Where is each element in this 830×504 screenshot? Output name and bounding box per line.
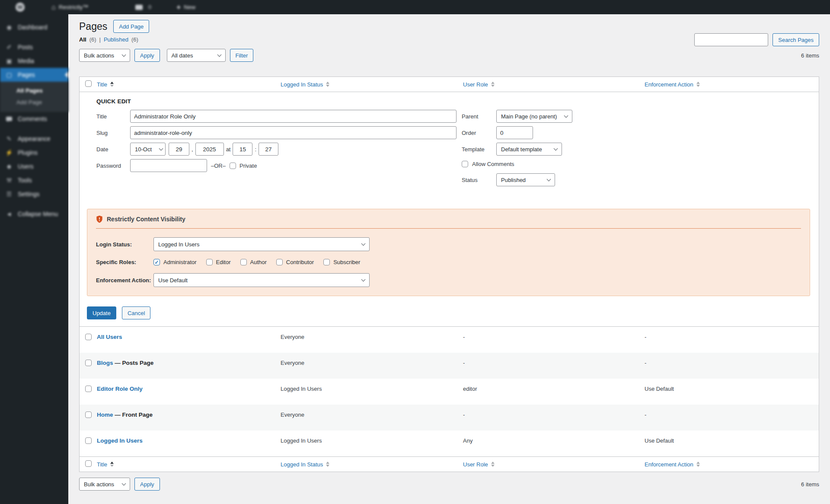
tablenav-bottom: Bulk actions Apply 6 items bbox=[79, 478, 819, 491]
sidebar-item-collapse-menu[interactable]: ◄Collapse Menu bbox=[0, 207, 68, 221]
sidebar-subitem-add-page[interactable]: Add Page bbox=[0, 96, 68, 108]
sidebar-item-appearance[interactable]: ✎Appearance bbox=[0, 132, 68, 146]
row-enforcement-action: - bbox=[645, 334, 819, 340]
admin-bar-site-link[interactable]: ⌂ Restrictly™ bbox=[51, 4, 89, 11]
column-header-enforcement-action[interactable]: Enforcement Action bbox=[645, 461, 700, 468]
sort-arrows-icon bbox=[696, 82, 700, 87]
slug-field[interactable] bbox=[130, 126, 456, 139]
sidebar-item-dashboard[interactable]: ◉Dashboard bbox=[0, 20, 68, 34]
search-pages-button[interactable]: Search Pages bbox=[773, 33, 819, 46]
role-option-contributor: Contributor bbox=[276, 259, 314, 265]
row-enforcement-action: - bbox=[645, 411, 819, 418]
parent-select[interactable]: Main Page (no parent) bbox=[496, 110, 572, 123]
column-header-user-role[interactable]: User Role bbox=[463, 461, 495, 468]
add-page-button[interactable]: Add Page bbox=[113, 20, 149, 33]
title-field[interactable] bbox=[130, 110, 456, 123]
filter-button[interactable]: Filter bbox=[230, 49, 254, 62]
bulk-actions-select[interactable]: Bulk actions bbox=[79, 49, 130, 62]
date-comma: , bbox=[192, 146, 193, 153]
chevron-down-icon bbox=[361, 242, 366, 246]
cancel-button[interactable]: Cancel bbox=[122, 306, 150, 319]
search-pages-input[interactable] bbox=[694, 33, 768, 46]
private-checkbox[interactable] bbox=[230, 163, 236, 169]
role-checkbox-administrator[interactable] bbox=[153, 259, 160, 265]
sort-arrows-icon bbox=[326, 82, 329, 87]
row-checkbox[interactable] bbox=[85, 411, 92, 418]
login-status-select[interactable]: Logged In Users bbox=[153, 237, 370, 251]
all-dates-select[interactable]: All dates bbox=[167, 49, 226, 62]
date-minute-field[interactable] bbox=[259, 143, 278, 156]
update-button[interactable]: Update bbox=[87, 306, 116, 319]
row-checkbox[interactable] bbox=[85, 437, 92, 444]
row-logged-in-status: Logged In Users bbox=[281, 386, 463, 392]
order-field[interactable] bbox=[496, 126, 533, 139]
admin-bar-comments[interactable]: 0 bbox=[135, 4, 152, 10]
column-header-title[interactable]: Title bbox=[97, 461, 114, 468]
column-header-title[interactable]: Title bbox=[97, 81, 114, 88]
row-checkbox[interactable] bbox=[85, 334, 92, 340]
date-day-field[interactable] bbox=[169, 143, 189, 156]
sidebar-subitem-all-pages[interactable]: All Pages bbox=[0, 85, 68, 96]
status-select[interactable]: Published bbox=[496, 173, 555, 186]
role-label: Editor bbox=[216, 259, 231, 265]
row-title-link[interactable]: Logged In Users bbox=[97, 437, 143, 444]
role-checkbox-editor[interactable] bbox=[206, 259, 213, 265]
row-checkbox[interactable] bbox=[85, 360, 92, 366]
enforcement-action-label: Enforcement Action: bbox=[96, 277, 153, 284]
row-user-role: - bbox=[463, 411, 645, 418]
restrictly-heading: Restrictly Content Visibility bbox=[107, 216, 185, 223]
filter-all-link[interactable]: All bbox=[79, 36, 86, 43]
date-hour-field[interactable] bbox=[233, 143, 252, 156]
filter-published-link[interactable]: Published bbox=[104, 36, 128, 43]
parent-field-label: Parent bbox=[462, 113, 496, 120]
select-all-checkbox[interactable] bbox=[85, 460, 92, 467]
comments-icon bbox=[5, 116, 13, 122]
template-field-label: Template bbox=[462, 146, 496, 153]
bulk-actions-select[interactable]: Bulk actions bbox=[79, 478, 130, 491]
date-month-select[interactable]: 10-Oct bbox=[130, 143, 166, 156]
allow-comments-checkbox[interactable] bbox=[462, 161, 468, 167]
apply-button[interactable]: Apply bbox=[134, 478, 160, 491]
sidebar-item-tools[interactable]: ⚒Tools bbox=[0, 173, 68, 187]
sort-arrows-icon bbox=[110, 82, 114, 87]
select-all-checkbox[interactable] bbox=[85, 80, 92, 87]
role-checkbox-subscriber[interactable] bbox=[323, 259, 330, 265]
sidebar-item-pages[interactable]: ▢Pages bbox=[0, 68, 68, 82]
sidebar-item-label: Settings bbox=[18, 191, 40, 198]
template-select[interactable]: Default template bbox=[496, 143, 562, 156]
sort-arrows-icon bbox=[491, 462, 495, 467]
password-field[interactable] bbox=[130, 159, 207, 172]
enforcement-action-select[interactable]: Use Default bbox=[153, 273, 370, 287]
role-checkbox-author[interactable] bbox=[240, 259, 247, 265]
table-rows: All Users Everyone - - Blogs — Posts Pag… bbox=[80, 327, 819, 456]
sidebar-item-label: Posts bbox=[18, 44, 33, 51]
specific-roles-label: Specific Roles: bbox=[96, 259, 153, 265]
sidebar-item-media[interactable]: ▣Media bbox=[0, 54, 68, 68]
wordpress-logo-icon[interactable]: W bbox=[16, 3, 25, 12]
row-title-link[interactable]: Editor Role Only bbox=[97, 386, 143, 392]
apply-button[interactable]: Apply bbox=[134, 49, 160, 62]
media-icon: ▣ bbox=[5, 58, 13, 64]
row-title-link[interactable]: Blogs bbox=[97, 360, 113, 366]
quick-edit-heading: QUICK EDIT bbox=[80, 92, 819, 105]
admin-bar-new[interactable]: + New bbox=[176, 3, 195, 11]
row-checkbox[interactable] bbox=[85, 386, 92, 392]
sidebar-item-users[interactable]: ☻Users bbox=[0, 159, 68, 173]
specific-roles-group: AdministratorEditorAuthorContributorSubs… bbox=[153, 259, 360, 265]
role-label: Contributor bbox=[286, 259, 314, 265]
chevron-down-icon bbox=[547, 177, 551, 182]
sidebar-item-settings[interactable]: ☰Settings bbox=[0, 187, 68, 201]
tablenav-top: Bulk actions Apply All dates Filter 6 it… bbox=[79, 49, 819, 62]
sidebar-item-comments[interactable]: Comments bbox=[0, 112, 68, 126]
row-title-link[interactable]: All Users bbox=[97, 334, 122, 340]
role-checkbox-contributor[interactable] bbox=[276, 259, 283, 265]
sidebar-item-posts[interactable]: ✐Posts bbox=[0, 40, 68, 54]
column-header-enforcement-action[interactable]: Enforcement Action bbox=[645, 81, 700, 88]
sidebar-item-plugins[interactable]: ⚡Plugins bbox=[0, 146, 68, 159]
column-header-logged-in-status[interactable]: Logged In Status bbox=[281, 81, 329, 88]
row-title-link[interactable]: Home bbox=[97, 411, 113, 418]
date-year-field[interactable] bbox=[195, 143, 224, 156]
column-header-logged-in-status[interactable]: Logged In Status bbox=[281, 461, 329, 468]
column-header-user-role[interactable]: User Role bbox=[463, 81, 495, 88]
sidebar-item-label: Appearance bbox=[18, 135, 51, 142]
